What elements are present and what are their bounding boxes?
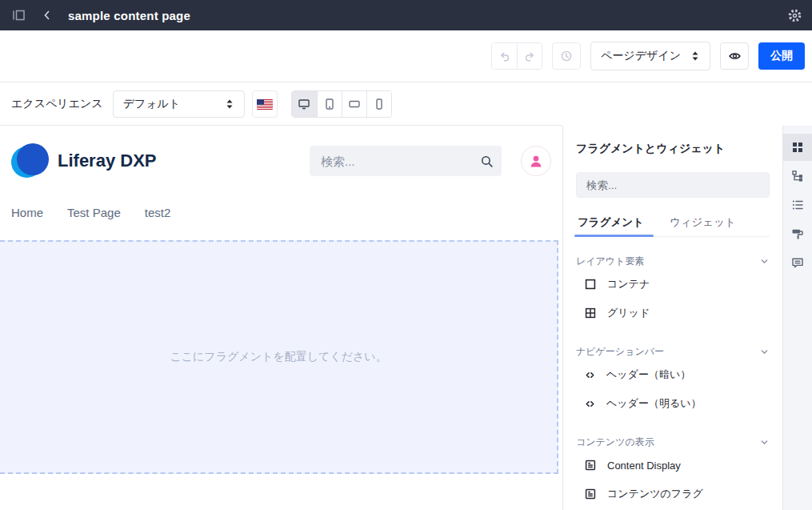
gear-icon[interactable] bbox=[788, 9, 802, 22]
experience-select[interactable]: デフォルト bbox=[113, 90, 245, 118]
panel-contents[interactable] bbox=[783, 191, 812, 219]
page-canvas: Liferay DXP HomeTest Pagetest2 ここにフラグメント… bbox=[0, 126, 562, 510]
panel-page-structure[interactable] bbox=[783, 163, 812, 190]
panel-page-design[interactable] bbox=[783, 220, 812, 247]
nav-link[interactable]: Home bbox=[11, 206, 43, 219]
code-icon bbox=[584, 370, 596, 380]
landscape-icon bbox=[348, 98, 361, 110]
liferay-logo-icon bbox=[11, 143, 50, 179]
product-menu-icon[interactable] bbox=[10, 7, 26, 23]
panel-rail bbox=[782, 126, 812, 510]
fragment-label: コンテナ bbox=[607, 277, 650, 291]
view-mode-value: ページデザイン bbox=[601, 49, 681, 63]
device-landscape-button[interactable] bbox=[342, 91, 366, 117]
sidebar-sections: レイアウト要素コンテナグリッドナビゲーションバーヘッダー（暗い）ヘッダー（明るい… bbox=[576, 255, 770, 508]
section-header[interactable]: コンテンツの表示 bbox=[576, 436, 770, 449]
fragment-section: ナビゲーションバーヘッダー（暗い）ヘッダー（明るい） bbox=[576, 345, 770, 418]
fragment-card[interactable]: コンテンツのフラグ bbox=[576, 480, 770, 508]
editor-toolbar: ページデザイン 公開 bbox=[0, 30, 812, 82]
site-nav: HomeTest Pagetest2 bbox=[11, 206, 551, 219]
page-title: sample content page bbox=[68, 9, 190, 22]
experience-toolbar: エクスペリエンス デフォルト bbox=[0, 82, 812, 126]
control-menu: sample content page bbox=[0, 0, 812, 30]
tree-icon bbox=[791, 170, 804, 183]
fragment-section: レイアウト要素コンテナグリッド bbox=[576, 255, 770, 327]
preview-button[interactable] bbox=[720, 42, 749, 70]
site-header: Liferay DXP bbox=[11, 143, 551, 179]
chevron-down-icon bbox=[759, 256, 770, 267]
selector-icon bbox=[225, 98, 234, 110]
undo-button[interactable] bbox=[492, 43, 517, 69]
section-label: レイアウト要素 bbox=[576, 255, 644, 268]
redo-button[interactable] bbox=[517, 43, 542, 69]
tab-widgets[interactable]: ウィジェット bbox=[668, 215, 738, 236]
section-label: コンテンツの表示 bbox=[576, 436, 654, 449]
undo-redo-group bbox=[491, 42, 542, 70]
user-avatar[interactable] bbox=[521, 146, 551, 176]
eye-icon bbox=[728, 50, 742, 62]
redo-icon bbox=[524, 50, 536, 62]
chevron-down-icon bbox=[759, 437, 770, 448]
drop-zone-text: ここにフラグメントを配置してください。 bbox=[170, 350, 386, 364]
experience-value: デフォルト bbox=[123, 97, 181, 111]
site-name: Liferay DXP bbox=[58, 151, 157, 171]
language-flag-button[interactable] bbox=[252, 90, 278, 118]
comment-icon bbox=[791, 256, 804, 269]
device-desktop-button[interactable] bbox=[292, 91, 317, 117]
experience-label: エクスペリエンス bbox=[11, 97, 103, 111]
phone-icon bbox=[373, 98, 386, 110]
chevron-down-icon bbox=[759, 347, 770, 357]
section-label: ナビゲーションバー bbox=[576, 345, 664, 359]
container-icon bbox=[584, 278, 597, 291]
grid-icon bbox=[584, 307, 597, 319]
fragments-sidebar: フラグメントとウィジェット フラグメントウィジェット レイアウト要素コンテナグリ… bbox=[562, 126, 782, 510]
paint-icon bbox=[791, 227, 804, 240]
fragment-card[interactable]: ヘッダー（暗い） bbox=[576, 360, 770, 389]
section-header[interactable]: レイアウト要素 bbox=[576, 255, 770, 268]
panel-comments[interactable] bbox=[783, 249, 812, 276]
tab-fragments[interactable]: フラグメント bbox=[576, 215, 646, 236]
panel-fragments-widgets[interactable] bbox=[783, 134, 812, 161]
fragment-card[interactable]: コンテナ bbox=[576, 270, 770, 299]
fragment-label: コンテンツのフラグ bbox=[607, 487, 703, 501]
site-search-input[interactable] bbox=[321, 155, 480, 168]
fragment-drop-zone[interactable]: ここにフラグメントを配置してください。 bbox=[0, 240, 558, 474]
selector-icon bbox=[690, 50, 700, 62]
list-icon bbox=[791, 199, 804, 211]
history-icon bbox=[560, 50, 573, 62]
search-icon[interactable] bbox=[480, 155, 494, 168]
device-phone-button[interactable] bbox=[366, 91, 391, 117]
fragment-label: Content Display bbox=[607, 460, 681, 472]
site-search-box bbox=[310, 146, 502, 176]
fragment-label: ヘッダー（暗い） bbox=[606, 367, 690, 382]
section-header[interactable]: ナビゲーションバー bbox=[576, 345, 770, 359]
tablet-icon bbox=[323, 98, 336, 110]
undo-icon bbox=[498, 50, 510, 62]
fragment-label: ヘッダー（明るい） bbox=[606, 396, 702, 411]
device-preview-group bbox=[291, 90, 392, 118]
card-icon bbox=[584, 459, 597, 472]
device-tablet-button[interactable] bbox=[317, 91, 342, 117]
publish-button[interactable]: 公開 bbox=[758, 42, 805, 70]
nav-link[interactable]: Test Page bbox=[67, 206, 121, 219]
fragment-label: グリッド bbox=[607, 306, 650, 320]
sidebar-search-box bbox=[576, 172, 770, 198]
us-flag-icon bbox=[257, 99, 273, 110]
fragment-card[interactable]: グリッド bbox=[576, 299, 770, 327]
fragment-card[interactable]: Content Display bbox=[576, 451, 770, 480]
card-icon bbox=[584, 488, 597, 500]
sidebar-search-input[interactable] bbox=[586, 179, 759, 191]
fragment-section: コンテンツの表示Content Displayコンテンツのフラグ bbox=[576, 436, 770, 508]
history-button[interactable] bbox=[552, 42, 581, 70]
desktop-icon bbox=[298, 98, 310, 110]
editor-content: Liferay DXP HomeTest Pagetest2 ここにフラグメント… bbox=[0, 126, 812, 510]
code-icon bbox=[584, 399, 596, 409]
fragment-card[interactable]: ヘッダー（明るい） bbox=[576, 389, 770, 418]
sidebar-title: フラグメントとウィジェット bbox=[576, 142, 770, 156]
view-mode-select[interactable]: ページデザイン bbox=[590, 42, 710, 70]
back-button[interactable] bbox=[41, 8, 54, 22]
sidebar-tabs: フラグメントウィジェット bbox=[576, 215, 770, 237]
blocks-icon bbox=[791, 141, 804, 154]
nav-link[interactable]: test2 bbox=[145, 206, 171, 219]
